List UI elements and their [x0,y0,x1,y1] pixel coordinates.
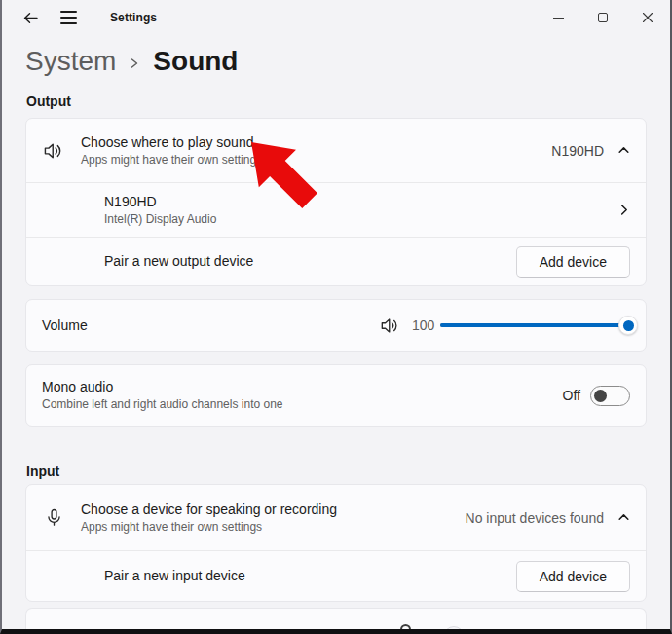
input-section-header: Input [26,464,647,479]
chevron-up-icon [617,511,630,524]
input-chooser-title: Choose a device for speaking or recordin… [81,502,337,518]
back-button[interactable] [16,3,45,32]
speaker-icon [42,140,65,162]
toggle-knob [594,390,607,402]
breadcrumb-system[interactable]: System [25,46,116,77]
chevron-up-icon [617,144,630,157]
pair-output-label: Pair a new output device [104,253,253,270]
mono-audio-state-label: Off [563,388,580,403]
partial-mic-icon [400,624,411,634]
close-button[interactable] [625,0,670,35]
volume-row: Volume 100 [26,300,646,351]
output-section-header: Output [26,93,647,109]
volume-slider-fill [440,323,628,327]
close-icon [642,12,653,23]
add-output-device-button[interactable]: Add device [516,246,630,278]
output-chooser-subtitle: Apps might have their own settings [81,153,262,168]
device-description: Intel(R) Display Audio [104,212,216,227]
settings-content: Output Choose where to play sound Apps m… [2,93,670,634]
window-controls [536,0,670,35]
volume-label: Volume [42,317,88,333]
partial-next-card [25,608,647,634]
settings-window: Settings System Sound Output [0,0,672,634]
minimize-button[interactable] [536,0,580,35]
page-title: Sound [153,46,238,77]
partial-circle [443,626,465,634]
add-input-device-button[interactable]: Add device [516,561,630,592]
hamburger-icon [60,11,77,24]
output-device-row[interactable]: N190HD Intel(R) Display Audio [26,182,646,237]
volume-slider-track [440,323,628,327]
volume-card: Volume 100 [25,299,647,352]
maximize-icon [598,13,608,22]
minimize-icon [553,18,564,19]
nav-menu-button[interactable] [54,3,83,32]
app-title: Settings [110,11,157,24]
input-devices-status: No input devices found [466,510,604,526]
output-chooser-row[interactable]: Choose where to play sound Apps might ha… [26,119,646,182]
input-chooser-subtitle: Apps might have their own settings [81,520,337,535]
back-arrow-icon [22,11,39,25]
pair-input-row: Pair a new input device Add device [26,550,646,601]
volume-slider[interactable] [440,316,628,335]
mono-audio-subtitle: Combine left and right audio channels in… [42,397,283,412]
output-expander-card: Choose where to play sound Apps might ha… [25,118,647,286]
titlebar: Settings [2,0,670,35]
output-selected-device: N190HD [551,143,604,159]
mono-audio-toggle[interactable] [590,386,630,406]
output-chooser-title: Choose where to play sound [81,134,262,151]
chevron-right-icon [617,204,630,216]
breadcrumb-chevron-icon [130,56,139,71]
device-name: N190HD [104,194,216,210]
input-expander-card: Choose a device for speaking or recordin… [25,484,647,602]
breadcrumb: System Sound [2,35,670,82]
pair-output-row: Pair a new output device Add device [26,237,646,285]
microphone-icon [42,507,65,528]
volume-speaker-icon[interactable] [380,316,400,336]
volume-slider-thumb[interactable] [618,316,638,335]
mono-audio-card: Mono audio Combine left and right audio … [25,364,647,427]
mono-audio-row: Mono audio Combine left and right audio … [26,365,646,426]
input-chooser-row[interactable]: Choose a device for speaking or recordin… [26,485,646,550]
maximize-button[interactable] [580,0,625,35]
mono-audio-title: Mono audio [42,379,283,395]
volume-value: 100 [412,317,437,333]
pair-input-label: Pair a new input device [104,568,245,584]
